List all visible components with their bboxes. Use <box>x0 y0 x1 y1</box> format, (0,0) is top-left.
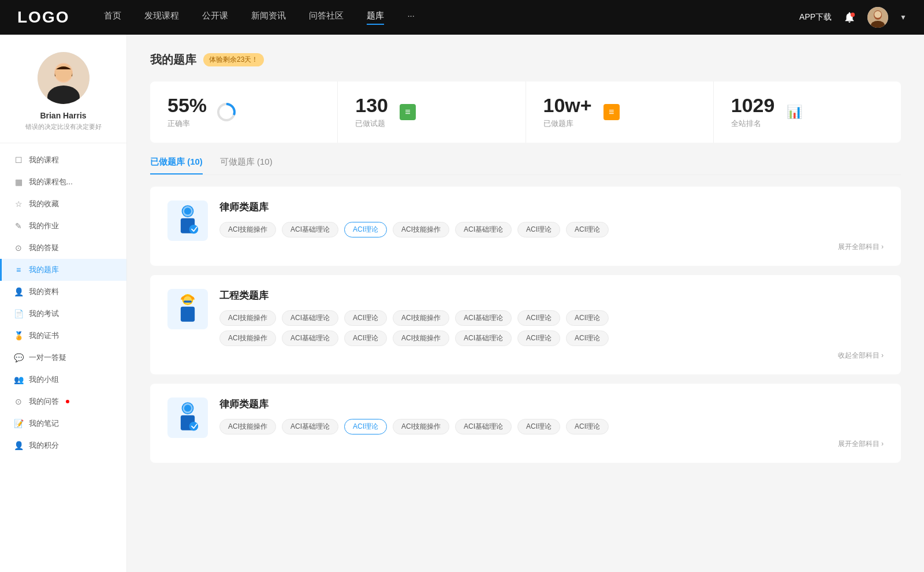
tag[interactable]: ACI理论 <box>566 222 609 237</box>
tag[interactable]: ACI技能操作 <box>393 419 449 434</box>
tag-active[interactable]: ACI理论 <box>344 222 387 237</box>
stat-site-rank-label: 全站排名 <box>731 118 775 129</box>
tag[interactable]: ACI基础理论 <box>455 330 512 346</box>
tag[interactable]: ACI理论 <box>517 330 560 346</box>
sidebar-item-exam[interactable]: 📄 我的考试 <box>0 303 126 325</box>
tag[interactable]: ACI技能操作 <box>219 419 276 434</box>
sidebar: Brian Harris 错误的决定比没有决定要好 ☐ 我的课程 ▦ 我的课程包… <box>0 35 127 572</box>
user-avatar[interactable] <box>867 7 888 28</box>
qbank-engineer-tags-row2: ACI技能操作 ACI基础理论 ACI理论 ACI技能操作 ACI基础理论 AC… <box>219 330 884 346</box>
qa-icon: ⊙ <box>14 397 23 406</box>
note-icon: 📝 <box>14 419 23 428</box>
tag[interactable]: ACI理论 <box>517 310 560 326</box>
tab-available-banks[interactable]: 可做题库 (10) <box>220 157 273 174</box>
sidebar-item-questionbank[interactable]: ≡ 我的题库 <box>0 259 126 281</box>
sidebar-menu: ☐ 我的课程 ▦ 我的课程包... ☆ 我的收藏 ✎ 我的作业 ⊙ 我的答疑 ≡… <box>0 143 126 462</box>
qbank-engineer-tags-row1: ACI技能操作 ACI基础理论 ACI理论 ACI技能操作 ACI基础理论 AC… <box>219 310 884 326</box>
collapse-link-engineer[interactable]: 收起全部科目 › <box>219 351 884 361</box>
qa-dot-badge <box>66 400 69 403</box>
page-title: 我的题库 <box>150 52 196 68</box>
user-dropdown-arrow-icon[interactable]: ▼ <box>900 13 907 21</box>
nav-item-more[interactable]: ··· <box>407 10 415 25</box>
svg-rect-17 <box>181 307 195 322</box>
group-icon: 👥 <box>14 375 23 384</box>
tag[interactable]: ACI基础理论 <box>455 419 512 434</box>
stat-accuracy: 55% 正确率 <box>150 81 338 143</box>
nav-item-home[interactable]: 首页 <box>104 10 121 25</box>
tag[interactable]: ACI理论 <box>566 310 609 326</box>
tag[interactable]: ACI理论 <box>344 330 387 346</box>
sidebar-item-homework[interactable]: ✎ 我的作业 <box>0 215 126 237</box>
tag[interactable]: ACI理论 <box>566 330 609 346</box>
qbank-card-lawyer-1: 律师类题库 ACI技能操作 ACI基础理论 ACI理论 ACI技能操作 ACI基… <box>150 187 901 266</box>
tag[interactable]: ACI基础理论 <box>282 222 338 237</box>
doc-icon: 📄 <box>14 309 23 318</box>
nav-menu: 首页 发现课程 公开课 新闻资讯 问答社区 题库 ··· <box>104 10 799 25</box>
navbar-right: APP下载 ▼ <box>799 7 907 28</box>
user-icon: 👤 <box>14 287 23 296</box>
sidebar-item-profile[interactable]: 👤 我的资料 <box>0 281 126 303</box>
avatar <box>38 52 90 104</box>
bar-icon: ▦ <box>14 177 23 187</box>
nav-item-news[interactable]: 新闻资讯 <box>251 10 286 25</box>
tag[interactable]: ACI技能操作 <box>219 310 276 326</box>
sidebar-item-points[interactable]: 👤 我的积分 <box>0 434 126 456</box>
svg-rect-19 <box>184 300 192 302</box>
sidebar-item-notes[interactable]: 📝 我的笔记 <box>0 413 126 434</box>
qbank-lawyer-1-tags: ACI技能操作 ACI基础理论 ACI理论 ACI技能操作 ACI基础理论 AC… <box>219 222 884 237</box>
svg-point-15 <box>189 225 199 234</box>
tag[interactable]: ACI基础理论 <box>282 419 338 434</box>
sidebar-item-qa[interactable]: ⊙ 我的问答 <box>0 391 126 413</box>
stats-row: 55% 正确率 130 已做试题 ≡ <box>150 81 901 143</box>
sidebar-item-group[interactable]: 👥 我的小组 <box>0 369 126 391</box>
tag[interactable]: ACI理论 <box>566 419 609 434</box>
tag[interactable]: ACI理论 <box>344 310 387 326</box>
tag[interactable]: ACI基础理论 <box>455 310 512 326</box>
notification-bell-icon[interactable] <box>843 11 856 24</box>
question-icon: ⊙ <box>14 243 23 252</box>
sidebar-item-my-course[interactable]: ☐ 我的课程 <box>0 149 126 171</box>
profile-name: Brian Harris <box>40 111 86 120</box>
tab-done-banks[interactable]: 已做题库 (10) <box>150 157 203 174</box>
svg-point-18 <box>184 296 192 304</box>
nav-item-qa[interactable]: 问答社区 <box>309 10 344 25</box>
tag[interactable]: ACI理论 <box>517 222 560 237</box>
sidebar-item-qa-answer[interactable]: ⊙ 我的答疑 <box>0 237 126 259</box>
nav-item-discover[interactable]: 发现课程 <box>144 10 179 25</box>
tag[interactable]: ACI基础理论 <box>282 310 338 326</box>
qbank-lawyer-2-tags: ACI技能操作 ACI基础理论 ACI理论 ACI技能操作 ACI基础理论 AC… <box>219 419 884 434</box>
sidebar-item-course-pack[interactable]: ▦ 我的课程包... <box>0 171 126 193</box>
stat-site-rank: 1029 全站排名 📊 <box>714 81 901 143</box>
app-download-link[interactable]: APP下载 <box>799 12 832 23</box>
nav-item-open-course[interactable]: 公开课 <box>202 10 228 25</box>
sidebar-profile: Brian Harris 错误的决定比没有决定要好 <box>0 52 126 143</box>
svg-point-0 <box>851 13 855 17</box>
nav-item-questionbank[interactable]: 题库 <box>367 10 384 25</box>
star-icon: ☆ <box>14 199 23 209</box>
trial-badge: 体验剩余23天！ <box>203 53 264 66</box>
stat-accuracy-value: 55% <box>167 95 207 115</box>
tag[interactable]: ACI基础理论 <box>282 330 338 346</box>
tag[interactable]: ACI技能操作 <box>393 310 449 326</box>
tag[interactable]: ACI技能操作 <box>393 222 449 237</box>
donut-chart-icon <box>216 102 237 122</box>
qbank-card-lawyer-2: 律师类题库 ACI技能操作 ACI基础理论 ACI理论 ACI技能操作 ACI基… <box>150 384 901 463</box>
stat-accuracy-label: 正确率 <box>167 118 207 129</box>
tag[interactable]: ACI技能操作 <box>393 330 449 346</box>
qbank-lawyer-icon <box>167 200 208 241</box>
tag-active[interactable]: ACI理论 <box>344 419 387 434</box>
tag[interactable]: ACI基础理论 <box>455 222 512 237</box>
tag[interactable]: ACI理论 <box>517 419 560 434</box>
tag[interactable]: ACI技能操作 <box>219 222 276 237</box>
page-header: 我的题库 体验剩余23天！ <box>150 52 901 68</box>
expand-link-lawyer-2[interactable]: 展开全部科目 › <box>219 439 884 449</box>
sidebar-item-one-to-one[interactable]: 💬 一对一答疑 <box>0 347 126 369</box>
expand-link-lawyer-1[interactable]: 展开全部科目 › <box>219 242 884 252</box>
chat-icon: 💬 <box>14 353 23 362</box>
tag[interactable]: ACI技能操作 <box>219 330 276 346</box>
file-icon: ☐ <box>14 155 23 165</box>
sidebar-item-certificate[interactable]: 🏅 我的证书 <box>0 325 126 347</box>
stat-done-questions: 130 已做试题 ≡ <box>338 81 526 143</box>
qbank-card-engineer: 工程类题库 ACI技能操作 ACI基础理论 ACI理论 ACI技能操作 ACI基… <box>150 275 901 374</box>
sidebar-item-favorites[interactable]: ☆ 我的收藏 <box>0 193 126 215</box>
